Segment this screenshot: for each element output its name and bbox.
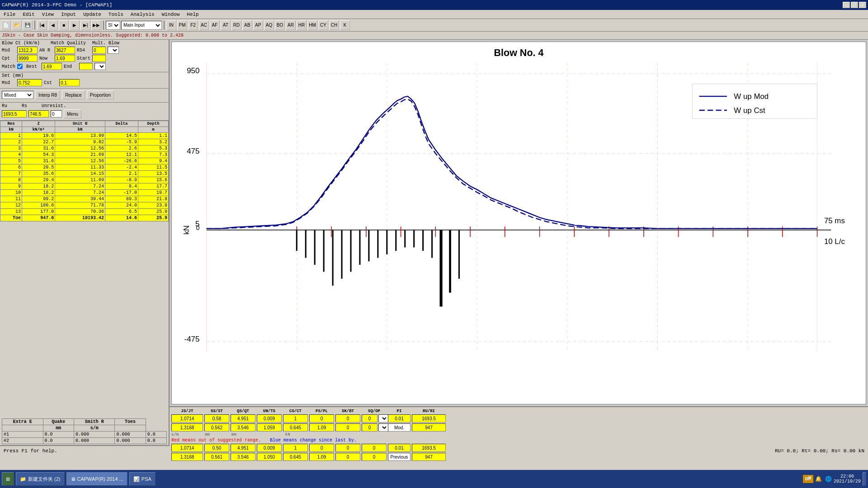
tb-af[interactable]: AF (210, 20, 220, 30)
bp-ruri-2[interactable] (412, 423, 446, 432)
bp-pspl-2[interactable] (309, 423, 334, 432)
bp-unts-1[interactable] (257, 414, 282, 422)
bp-ssst-2[interactable] (204, 423, 229, 432)
tb-run[interactable]: ▶▶ (91, 20, 101, 30)
tb-stop[interactable]: ■ (59, 20, 69, 30)
bp-ssst-3[interactable] (204, 444, 229, 452)
unresist-input[interactable] (51, 110, 62, 117)
proportion-button[interactable]: Proportion (87, 90, 114, 99)
rs4-input[interactable] (92, 47, 106, 54)
menu-help[interactable]: Help (185, 11, 200, 18)
bp-csct-2[interactable] (283, 423, 308, 432)
set-msd-input[interactable] (17, 79, 42, 86)
input-select[interactable]: Main Input (121, 21, 162, 30)
taskbar-psa[interactable]: 📊 PSA (129, 472, 156, 486)
bp-ssst-4[interactable] (204, 453, 229, 461)
taskbar-capwap[interactable]: 🖥 CAPWAP(R) 2014 ... (66, 472, 127, 486)
tb-in[interactable]: IN (166, 20, 176, 30)
tb-cy[interactable]: CY (318, 20, 328, 30)
tb-rd[interactable]: RD (231, 20, 241, 30)
end-select[interactable] (94, 63, 106, 70)
menu-button[interactable]: Menu (64, 109, 81, 118)
tb-at[interactable]: AT (221, 20, 231, 30)
menu-update[interactable]: Update (81, 11, 103, 18)
tb-ab[interactable]: AB (242, 20, 252, 30)
bp-csct-4[interactable] (283, 453, 308, 461)
minimize-button[interactable]: _ (843, 2, 850, 8)
taskbar-folder[interactable]: 📁 新建文件夹 (2) (16, 472, 65, 486)
tb-hr[interactable]: HR (297, 20, 307, 30)
bp-ruri-3[interactable] (412, 444, 446, 452)
bp-ssst-1[interactable] (204, 414, 229, 422)
an-r-input[interactable]: 3627 (55, 47, 75, 54)
mode-select[interactable]: Mixed (2, 91, 33, 99)
bp-unts-2[interactable] (257, 423, 282, 432)
bp-skbt-3[interactable] (335, 444, 360, 452)
bp-csct-3[interactable] (283, 444, 308, 452)
bp-sqop-1[interactable] (362, 414, 377, 422)
tb-hm[interactable]: HM (307, 20, 317, 30)
tb-ch[interactable]: CH (329, 20, 339, 30)
tb-f2[interactable]: F2 (188, 20, 198, 30)
menu-file[interactable]: File (2, 11, 17, 18)
tb-next[interactable]: ▶ (70, 20, 80, 30)
now-input[interactable] (55, 55, 75, 62)
tb-fwd[interactable]: ▶| (80, 20, 90, 30)
set-cst-input[interactable] (59, 79, 80, 86)
tb-save[interactable]: 💾 (23, 20, 33, 30)
bp-unts-4[interactable] (257, 453, 282, 461)
bp-pspl-3[interactable] (309, 444, 334, 452)
tb-pm[interactable]: PM (177, 20, 187, 30)
match-checkbox[interactable] (17, 64, 23, 69)
bp-jsjt-3[interactable] (171, 444, 203, 452)
bp-skbt-1[interactable] (335, 414, 360, 422)
bp-pi-3[interactable] (388, 444, 410, 452)
end-input[interactable] (79, 63, 93, 70)
tb-ap[interactable]: AP (253, 20, 263, 30)
bp-jsjt-4[interactable] (171, 453, 203, 461)
interp-r8-button[interactable]: Interp R8 (35, 90, 60, 99)
show-desktop-button[interactable] (863, 472, 866, 486)
tb-open[interactable]: 📂 (12, 20, 22, 30)
bp-sqop-select-1[interactable] (378, 414, 388, 422)
bp-pi-mod[interactable] (388, 423, 410, 432)
start-input[interactable] (92, 55, 106, 62)
msd-input[interactable]: 1312.3 (17, 47, 38, 54)
bp-jsjt-2[interactable] (171, 423, 203, 432)
bp-qsqt-4[interactable] (231, 453, 255, 461)
bp-sqop-3[interactable] (362, 444, 387, 452)
menu-window[interactable]: Window (160, 11, 182, 18)
cpt-input[interactable]: 9999 (17, 55, 38, 62)
close-button[interactable]: ✕ (859, 2, 866, 8)
tb-ac[interactable]: AC (199, 20, 209, 30)
bp-sqop-4[interactable] (362, 453, 387, 461)
bp-prev-btn[interactable] (388, 453, 410, 461)
bp-ruri-4[interactable] (412, 453, 446, 461)
menu-analysis[interactable]: Analysis (129, 11, 156, 18)
bp-pspl-1[interactable] (309, 414, 334, 422)
bp-qsqt-1[interactable] (231, 414, 255, 422)
bp-sqop-select-2[interactable] (378, 423, 388, 432)
tb-prev[interactable]: ◀ (48, 20, 58, 30)
ru-value-input[interactable] (2, 110, 27, 117)
rs4-select[interactable] (108, 47, 119, 54)
menu-input[interactable]: Input (59, 11, 78, 18)
tb-k[interactable]: K (340, 20, 350, 30)
tb-new[interactable]: 📄 (1, 20, 11, 30)
rs-value-input[interactable] (28, 110, 49, 117)
best-input[interactable] (42, 63, 62, 70)
bp-sqop-2[interactable] (362, 423, 377, 432)
bp-qsqt-2[interactable] (231, 423, 255, 432)
tb-back[interactable]: |◀ (37, 20, 47, 30)
replace-button[interactable]: Replace (62, 90, 85, 99)
bp-qsqt-3[interactable] (231, 444, 255, 452)
bp-csct-1[interactable] (283, 414, 308, 422)
menu-edit[interactable]: Edit (21, 11, 36, 18)
tb-bo[interactable]: BO (275, 20, 285, 30)
bp-jsjt-1[interactable] (171, 414, 203, 422)
maximize-button[interactable]: □ (851, 2, 858, 8)
bp-pi-1[interactable] (388, 414, 410, 422)
bp-unts-3[interactable] (257, 444, 282, 452)
menu-tools[interactable]: Tools (107, 11, 125, 18)
bp-ruri-1[interactable] (412, 414, 446, 422)
